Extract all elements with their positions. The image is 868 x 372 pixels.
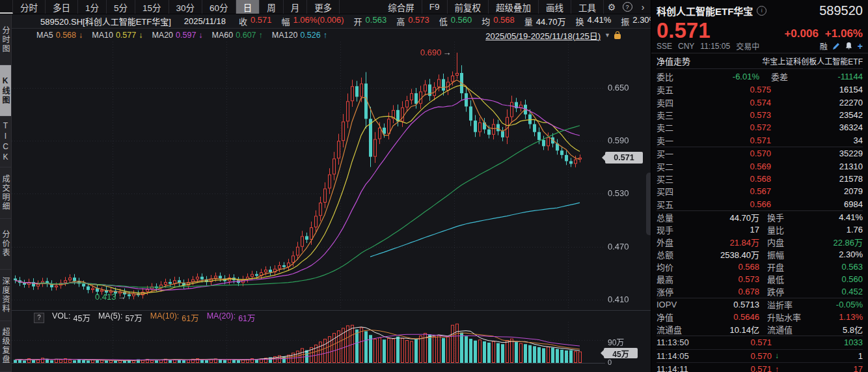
ask-row[interactable]: 卖二 0.572 36324 bbox=[657, 121, 863, 134]
tick-row[interactable]: 11:14:11 0.571 ↑ 17 bbox=[657, 363, 863, 372]
settings-gear-icon[interactable]: ⚙ bbox=[604, 0, 619, 14]
bid-row[interactable]: 买三 0.568 21578 bbox=[657, 173, 863, 185]
quote-info-label: 2025/11/18 bbox=[184, 16, 226, 26]
volume-help-icon[interactable]: ? bbox=[34, 313, 44, 323]
tick-time: 11:14:05 bbox=[657, 351, 702, 361]
quote-info-value: 0.568 bbox=[493, 15, 515, 27]
period-tab[interactable]: 60分 bbox=[202, 0, 236, 14]
sidebar-item[interactable]: TICK bbox=[0, 117, 11, 167]
level-label: 卖五 bbox=[657, 83, 688, 96]
level-qty: 2079 bbox=[771, 186, 863, 196]
bid-row[interactable]: 买一 0.570 35229 bbox=[657, 147, 863, 160]
bid-row[interactable]: 买二 0.569 21310 bbox=[657, 160, 863, 172]
kline-chart-area: MA5 0.568 ↓ MA10 0.577 ↓ MA20 0.597 ↓ MA… bbox=[12, 29, 651, 372]
sidebar-item[interactable]: 深度资料 bbox=[0, 270, 11, 321]
tool-button[interactable]: 前复权 bbox=[448, 0, 489, 14]
volume-indicator-label: MA(10): bbox=[150, 311, 179, 324]
level-label: 买四 bbox=[657, 185, 688, 197]
level-qty: 21310 bbox=[771, 162, 863, 171]
sidebar-item[interactable]: 分价表 bbox=[0, 219, 11, 270]
stats-row: 净值 0.5646 升贴水率 1.13% bbox=[657, 311, 863, 323]
period-tab[interactable]: 月 bbox=[284, 0, 308, 14]
info-icon[interactable]: i bbox=[757, 6, 766, 16]
volume-axis-zero: 0 bbox=[608, 358, 612, 366]
volume-indicator-value: 57万 bbox=[125, 311, 142, 324]
quote-info-segment: 2025/11/18 bbox=[184, 16, 229, 26]
period-tab[interactable]: 日 bbox=[236, 0, 260, 14]
nav-value-trend-link[interactable]: 净值走势 bbox=[657, 55, 690, 67]
view-mode-sidebar: 分时图K线图TICK成交明细分价表深度资料超级复盘 bbox=[0, 14, 12, 372]
commission-ratio-row: 委比 -6.01% 委差 -11144 bbox=[657, 69, 863, 83]
ma-value: 0.526 bbox=[300, 31, 320, 40]
quote-detail-panel: 科创人工智能ETF华宝 i 589520 0.571 +0.006 +1.06%… bbox=[651, 0, 868, 372]
quote-info-value: 1.06%(0.006) bbox=[293, 15, 344, 27]
ma-values: MA5 0.568 ↓ MA10 0.577 ↓ MA20 0.597 ↓ MA… bbox=[36, 31, 327, 40]
tool-button[interactable]: F9 bbox=[422, 0, 448, 14]
sidebar-item[interactable]: 成交明细 bbox=[0, 167, 11, 218]
currency-label: CNY bbox=[678, 42, 694, 51]
period-tab[interactable]: 15分 bbox=[135, 0, 169, 14]
ask-row[interactable]: 卖四 0.574 22270 bbox=[657, 96, 863, 108]
level-price: 0.566 bbox=[688, 199, 771, 209]
bid-row[interactable]: 买四 0.567 2079 bbox=[657, 185, 863, 197]
tool-button[interactable]: 工具 bbox=[571, 0, 604, 14]
stats-row: 现手 17 量比 1.76 bbox=[657, 223, 863, 236]
sidebar-item[interactable]: 超级复盘 bbox=[0, 321, 11, 372]
alert-bell-icon[interactable] bbox=[845, 42, 852, 50]
high-price-annotation: 0.690 → bbox=[420, 48, 452, 57]
help-icon-glyph: ? bbox=[623, 2, 632, 12]
lock-icon[interactable] bbox=[614, 34, 621, 39]
stats-row: 外盘 21.84万 内盘 22.86万 bbox=[657, 236, 863, 248]
tool-button[interactable]: 画线 bbox=[539, 0, 571, 14]
stats-row: 总量 44.70万 换手 4.41% bbox=[657, 211, 863, 223]
price-axis-label: 0.590 bbox=[608, 136, 647, 145]
tick-price: 0.570 bbox=[702, 351, 772, 361]
level-price: 0.572 bbox=[688, 122, 771, 132]
edit-pencil-icon[interactable] bbox=[833, 42, 840, 50]
tool-button[interactable]: 综合屏 bbox=[381, 0, 422, 14]
volume-indicator-label: VOL: bbox=[52, 311, 71, 324]
tick-price: 0.571 bbox=[702, 364, 772, 372]
sidebar-item[interactable]: 分时图 bbox=[0, 14, 11, 65]
ask-row[interactable]: 卖三 0.573 23542 bbox=[657, 109, 863, 121]
toolbar-corner bbox=[0, 0, 13, 14]
period-tab[interactable]: 30分 bbox=[169, 0, 203, 14]
ask-row[interactable]: 卖一 0.571 34 bbox=[657, 134, 863, 147]
stats-row: 流通盘 10.14亿 流通值 5.8亿 bbox=[657, 323, 863, 336]
quote-info-segment: 量 44.70万 bbox=[524, 15, 566, 27]
low-price-annotation: 0.413 → bbox=[95, 292, 126, 302]
level-qty: 23542 bbox=[771, 110, 863, 120]
add-watchlist-icon[interactable]: + bbox=[858, 41, 863, 51]
tool-button[interactable]: 超级叠加 bbox=[489, 0, 539, 14]
volume-indicator-item: MA(5): 57万 bbox=[98, 311, 142, 324]
date-range-selector[interactable]: 2025/05/19-2025/11/18(125日) ▼ bbox=[485, 29, 621, 42]
tick-row[interactable]: 11:13:50 0.571 1033 bbox=[657, 336, 863, 350]
quote-info-label: 高 bbox=[396, 15, 405, 27]
level-qty: 6984 bbox=[771, 199, 863, 209]
period-tab[interactable]: 更多 bbox=[307, 0, 340, 14]
panel-collapse-handle[interactable] bbox=[646, 173, 651, 235]
quote-info-segment: 收 0.571 bbox=[239, 15, 272, 27]
ma-item: MA60 0.607 ↑ bbox=[212, 31, 263, 40]
level-qty: 36324 bbox=[771, 122, 863, 132]
sidebar-item[interactable]: K线图 bbox=[0, 65, 11, 116]
bid-row[interactable]: 买五 0.566 6984 bbox=[657, 198, 863, 210]
ma-indicator-bar: MA5 0.568 ↓ MA10 0.577 ↓ MA20 0.597 ↓ MA… bbox=[12, 29, 651, 42]
price-axis-label: 0.650 bbox=[608, 83, 647, 93]
quote-info-segment: 高 0.573 bbox=[396, 15, 429, 27]
period-tab[interactable]: 周 bbox=[260, 0, 284, 14]
period-tab[interactable]: 多日 bbox=[46, 0, 78, 14]
tick-row[interactable]: 11:14:05 0.570 ↓ 1 bbox=[657, 350, 863, 364]
period-tab[interactable]: 分时 bbox=[13, 0, 46, 14]
quote-info-segment: 开 0.563 bbox=[354, 15, 387, 27]
quote-info-value: 44.70万 bbox=[536, 15, 566, 27]
tick-qty: 17 bbox=[782, 364, 863, 372]
help-icon[interactable]: ? bbox=[619, 0, 635, 14]
period-tab[interactable]: 1分 bbox=[78, 0, 107, 14]
ma-label: MA60 bbox=[212, 31, 234, 40]
toolbar-expand-arrow-icon[interactable]: › bbox=[635, 0, 651, 14]
period-tab[interactable]: 5分 bbox=[107, 0, 135, 14]
ask-row[interactable]: 卖五 0.575 16154 bbox=[657, 83, 863, 96]
quote-info-label: 开 bbox=[354, 15, 362, 27]
ma-item: MA120 0.526 ↑ bbox=[272, 31, 327, 40]
